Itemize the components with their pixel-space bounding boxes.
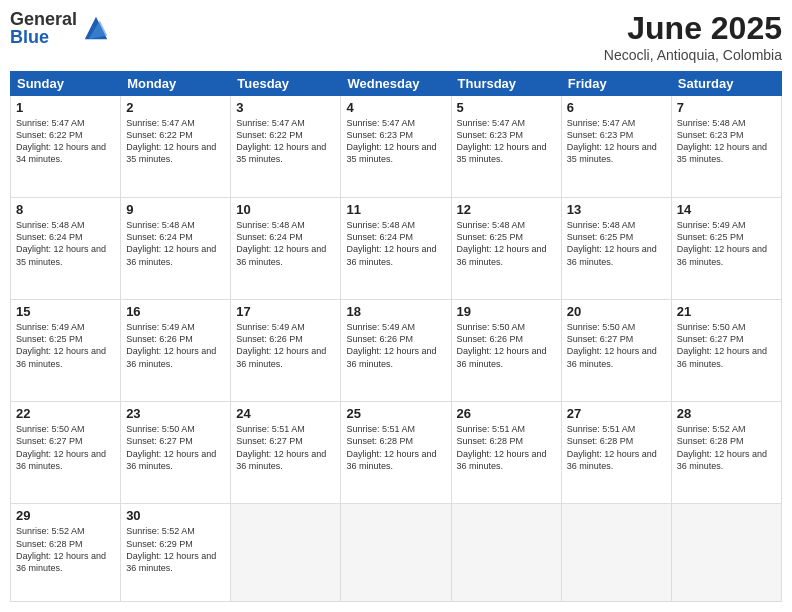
day-info: Sunrise: 5:49 AMSunset: 6:25 PMDaylight:… <box>16 321 115 370</box>
day-info: Sunrise: 5:51 AMSunset: 6:28 PMDaylight:… <box>457 423 556 472</box>
day-number: 18 <box>346 304 445 319</box>
day-number: 14 <box>677 202 776 217</box>
day-info: Sunrise: 5:47 AMSunset: 6:22 PMDaylight:… <box>236 117 335 166</box>
calendar-cell <box>451 504 561 602</box>
calendar-cell: 8Sunrise: 5:48 AMSunset: 6:24 PMDaylight… <box>11 198 121 300</box>
day-info: Sunrise: 5:47 AMSunset: 6:22 PMDaylight:… <box>16 117 115 166</box>
calendar-header-saturday: Saturday <box>671 72 781 96</box>
calendar-cell: 17Sunrise: 5:49 AMSunset: 6:26 PMDayligh… <box>231 300 341 402</box>
day-info: Sunrise: 5:52 AMSunset: 6:28 PMDaylight:… <box>16 525 115 574</box>
day-info: Sunrise: 5:49 AMSunset: 6:26 PMDaylight:… <box>126 321 225 370</box>
calendar-week-4: 22Sunrise: 5:50 AMSunset: 6:27 PMDayligh… <box>11 402 782 504</box>
calendar-cell: 3Sunrise: 5:47 AMSunset: 6:22 PMDaylight… <box>231 96 341 198</box>
day-info: Sunrise: 5:48 AMSunset: 6:25 PMDaylight:… <box>457 219 556 268</box>
calendar-cell: 5Sunrise: 5:47 AMSunset: 6:23 PMDaylight… <box>451 96 561 198</box>
day-number: 22 <box>16 406 115 421</box>
day-number: 3 <box>236 100 335 115</box>
day-info: Sunrise: 5:50 AMSunset: 6:27 PMDaylight:… <box>567 321 666 370</box>
calendar-cell: 7Sunrise: 5:48 AMSunset: 6:23 PMDaylight… <box>671 96 781 198</box>
calendar-cell: 13Sunrise: 5:48 AMSunset: 6:25 PMDayligh… <box>561 198 671 300</box>
calendar-week-1: 1Sunrise: 5:47 AMSunset: 6:22 PMDaylight… <box>11 96 782 198</box>
day-number: 2 <box>126 100 225 115</box>
logo-general: General <box>10 10 77 28</box>
calendar-cell: 28Sunrise: 5:52 AMSunset: 6:28 PMDayligh… <box>671 402 781 504</box>
calendar-header-tuesday: Tuesday <box>231 72 341 96</box>
day-info: Sunrise: 5:50 AMSunset: 6:27 PMDaylight:… <box>126 423 225 472</box>
calendar-week-5: 29Sunrise: 5:52 AMSunset: 6:28 PMDayligh… <box>11 504 782 602</box>
calendar-cell: 10Sunrise: 5:48 AMSunset: 6:24 PMDayligh… <box>231 198 341 300</box>
day-info: Sunrise: 5:47 AMSunset: 6:23 PMDaylight:… <box>567 117 666 166</box>
day-number: 15 <box>16 304 115 319</box>
day-number: 10 <box>236 202 335 217</box>
month-title: June 2025 <box>604 10 782 47</box>
calendar-header-wednesday: Wednesday <box>341 72 451 96</box>
logo-blue: Blue <box>10 28 77 46</box>
calendar-cell: 21Sunrise: 5:50 AMSunset: 6:27 PMDayligh… <box>671 300 781 402</box>
calendar-cell <box>231 504 341 602</box>
day-number: 9 <box>126 202 225 217</box>
calendar-cell: 11Sunrise: 5:48 AMSunset: 6:24 PMDayligh… <box>341 198 451 300</box>
calendar-cell: 30Sunrise: 5:52 AMSunset: 6:29 PMDayligh… <box>121 504 231 602</box>
day-number: 21 <box>677 304 776 319</box>
day-number: 30 <box>126 508 225 523</box>
day-number: 19 <box>457 304 556 319</box>
calendar-cell: 18Sunrise: 5:49 AMSunset: 6:26 PMDayligh… <box>341 300 451 402</box>
calendar-cell: 16Sunrise: 5:49 AMSunset: 6:26 PMDayligh… <box>121 300 231 402</box>
calendar-week-2: 8Sunrise: 5:48 AMSunset: 6:24 PMDaylight… <box>11 198 782 300</box>
calendar-header-sunday: Sunday <box>11 72 121 96</box>
calendar-cell: 1Sunrise: 5:47 AMSunset: 6:22 PMDaylight… <box>11 96 121 198</box>
calendar-cell: 19Sunrise: 5:50 AMSunset: 6:26 PMDayligh… <box>451 300 561 402</box>
day-number: 23 <box>126 406 225 421</box>
day-info: Sunrise: 5:50 AMSunset: 6:27 PMDaylight:… <box>16 423 115 472</box>
calendar-week-3: 15Sunrise: 5:49 AMSunset: 6:25 PMDayligh… <box>11 300 782 402</box>
day-info: Sunrise: 5:48 AMSunset: 6:24 PMDaylight:… <box>126 219 225 268</box>
day-info: Sunrise: 5:47 AMSunset: 6:22 PMDaylight:… <box>126 117 225 166</box>
calendar-cell <box>341 504 451 602</box>
day-number: 17 <box>236 304 335 319</box>
day-info: Sunrise: 5:49 AMSunset: 6:26 PMDaylight:… <box>346 321 445 370</box>
calendar-table: SundayMondayTuesdayWednesdayThursdayFrid… <box>10 71 782 602</box>
page: General Blue June 2025 Necocli, Antioqui… <box>0 0 792 612</box>
day-info: Sunrise: 5:47 AMSunset: 6:23 PMDaylight:… <box>457 117 556 166</box>
calendar-cell <box>561 504 671 602</box>
calendar-cell: 25Sunrise: 5:51 AMSunset: 6:28 PMDayligh… <box>341 402 451 504</box>
calendar-cell: 23Sunrise: 5:50 AMSunset: 6:27 PMDayligh… <box>121 402 231 504</box>
location: Necocli, Antioquia, Colombia <box>604 47 782 63</box>
day-info: Sunrise: 5:48 AMSunset: 6:24 PMDaylight:… <box>346 219 445 268</box>
logo-icon <box>81 13 111 43</box>
calendar-cell: 14Sunrise: 5:49 AMSunset: 6:25 PMDayligh… <box>671 198 781 300</box>
day-info: Sunrise: 5:48 AMSunset: 6:23 PMDaylight:… <box>677 117 776 166</box>
day-number: 25 <box>346 406 445 421</box>
calendar-cell: 22Sunrise: 5:50 AMSunset: 6:27 PMDayligh… <box>11 402 121 504</box>
calendar-cell: 27Sunrise: 5:51 AMSunset: 6:28 PMDayligh… <box>561 402 671 504</box>
day-number: 8 <box>16 202 115 217</box>
day-info: Sunrise: 5:49 AMSunset: 6:26 PMDaylight:… <box>236 321 335 370</box>
header: General Blue June 2025 Necocli, Antioqui… <box>10 10 782 63</box>
day-number: 13 <box>567 202 666 217</box>
calendar-header-monday: Monday <box>121 72 231 96</box>
calendar-header-row: SundayMondayTuesdayWednesdayThursdayFrid… <box>11 72 782 96</box>
logo-text: General Blue <box>10 10 77 46</box>
day-info: Sunrise: 5:50 AMSunset: 6:27 PMDaylight:… <box>677 321 776 370</box>
logo: General Blue <box>10 10 111 46</box>
calendar-cell: 24Sunrise: 5:51 AMSunset: 6:27 PMDayligh… <box>231 402 341 504</box>
day-info: Sunrise: 5:51 AMSunset: 6:27 PMDaylight:… <box>236 423 335 472</box>
day-number: 11 <box>346 202 445 217</box>
calendar-cell: 12Sunrise: 5:48 AMSunset: 6:25 PMDayligh… <box>451 198 561 300</box>
calendar-cell: 29Sunrise: 5:52 AMSunset: 6:28 PMDayligh… <box>11 504 121 602</box>
day-number: 12 <box>457 202 556 217</box>
day-number: 28 <box>677 406 776 421</box>
day-number: 27 <box>567 406 666 421</box>
day-info: Sunrise: 5:47 AMSunset: 6:23 PMDaylight:… <box>346 117 445 166</box>
day-number: 26 <box>457 406 556 421</box>
calendar-cell: 15Sunrise: 5:49 AMSunset: 6:25 PMDayligh… <box>11 300 121 402</box>
calendar-cell: 9Sunrise: 5:48 AMSunset: 6:24 PMDaylight… <box>121 198 231 300</box>
day-info: Sunrise: 5:52 AMSunset: 6:29 PMDaylight:… <box>126 525 225 574</box>
day-number: 20 <box>567 304 666 319</box>
day-number: 16 <box>126 304 225 319</box>
day-number: 29 <box>16 508 115 523</box>
calendar-cell: 20Sunrise: 5:50 AMSunset: 6:27 PMDayligh… <box>561 300 671 402</box>
calendar-cell: 6Sunrise: 5:47 AMSunset: 6:23 PMDaylight… <box>561 96 671 198</box>
day-info: Sunrise: 5:52 AMSunset: 6:28 PMDaylight:… <box>677 423 776 472</box>
day-number: 6 <box>567 100 666 115</box>
